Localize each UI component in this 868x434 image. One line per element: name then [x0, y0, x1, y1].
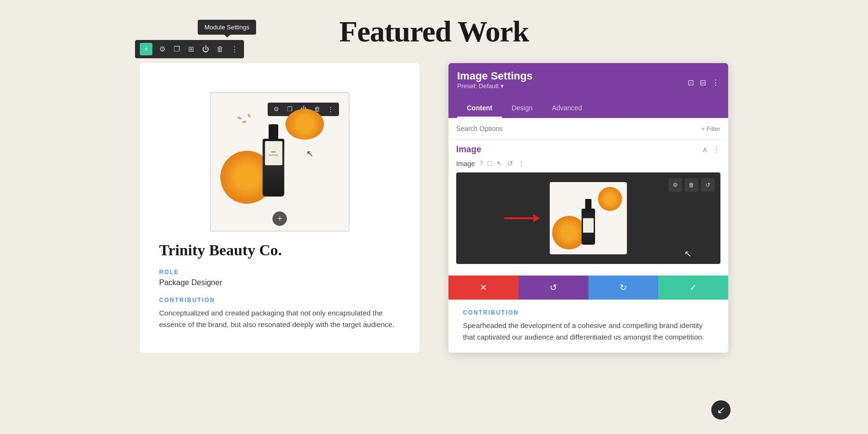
settings-title: Image Settings: [457, 70, 532, 82]
settings-header: Image Settings Preset: Default ▾ ⊡ ⊟ ⋮ C…: [448, 63, 728, 118]
trash-icon[interactable]: 🗑: [215, 44, 225, 54]
tab-advanced[interactable]: Advanced: [542, 99, 591, 118]
reset-icon[interactable]: ↺: [507, 159, 513, 168]
seed-2: [242, 120, 247, 124]
section-header: Image ∧ ⋮: [456, 145, 720, 155]
company-name: Trinity Beauty Co.: [159, 241, 400, 259]
confirm-button[interactable]: ✓: [658, 276, 728, 300]
right-panel: Image Settings Preset: Default ▾ ⊡ ⊟ ⋮ C…: [448, 63, 728, 353]
contribution-text: Conceptualized and created packaging tha…: [159, 307, 400, 330]
preview-label: [583, 218, 594, 233]
settings-title-group: Image Settings Preset: Default ▾: [457, 70, 532, 95]
split-icon[interactable]: ⊟: [700, 78, 706, 87]
select-icon[interactable]: ↖: [497, 159, 502, 168]
orange-half: [285, 105, 324, 144]
undo-button[interactable]: ↺: [518, 276, 588, 300]
add-button[interactable]: +: [140, 43, 152, 55]
role-value: Package Designer: [159, 278, 400, 287]
tab-content[interactable]: Content: [457, 99, 502, 118]
preview-orange-half: [598, 187, 622, 211]
preview-reset-btn[interactable]: ↺: [701, 178, 715, 192]
left-card-content: Trinity Beauty Co. ROLE Package Designer…: [140, 241, 420, 345]
bottle-label: DIVI serum beauty: [265, 141, 282, 165]
settings-header-top: Image Settings Preset: Default ▾ ⊡ ⊟ ⋮: [457, 70, 719, 95]
more-settings-icon[interactable]: ⋮: [712, 78, 719, 87]
right-arrow-head: [533, 214, 540, 222]
controls-more-icon[interactable]: ⋮: [518, 159, 525, 168]
preview-bottle: [582, 209, 595, 245]
cancel-button[interactable]: ✕: [448, 276, 518, 300]
image-container: ⚙ ❐ ⏻ 🗑 ⋮ ↖ DIVI ser: [210, 92, 350, 232]
role-label: ROLE: [159, 269, 400, 276]
right-contribution-text: Spearheaded the development of a cohesiv…: [463, 320, 714, 343]
action-bar: ✕ ↺ ↻ ✓: [448, 276, 728, 300]
redo-button[interactable]: ↻: [588, 276, 658, 300]
seed-1: [237, 116, 242, 120]
copy-icon[interactable]: ❐: [172, 44, 181, 54]
settings-icon[interactable]: ⚙: [157, 44, 167, 54]
module-toolbar: + ⚙ ❐ ⊞ ⏻ 🗑 ⋮: [135, 40, 244, 58]
left-card: + ⚙ ❐ ⊞ ⏻ 🗑 ⋮ Module Settings ⚙ ❐ ⏻ 🗑 ⋮: [140, 63, 420, 353]
content-area: + ⚙ ❐ ⊞ ⏻ 🗑 ⋮ Module Settings ⚙ ❐ ⏻ 🗑 ⋮: [0, 63, 868, 353]
settings-tabs: Content Design Advanced: [457, 99, 719, 118]
power-icon[interactable]: ⏻: [201, 44, 210, 54]
collapse-icon[interactable]: ∧: [702, 145, 708, 154]
preview-trash-btn[interactable]: 🗑: [685, 178, 698, 192]
grid-icon[interactable]: ⊞: [186, 44, 196, 54]
right-red-arrow: [504, 214, 540, 222]
image-section: Image ∧ ⋮ Image ? □ ↖ ↺ ⋮: [448, 140, 728, 269]
plus-button[interactable]: +: [272, 211, 287, 226]
more-icon[interactable]: ⋮: [230, 44, 239, 54]
bottle: DIVI serum beauty: [263, 139, 285, 197]
section-header-icons: ∧ ⋮: [702, 145, 720, 154]
cursor-icon: ↖: [306, 148, 313, 159]
settings-preset[interactable]: Preset: Default ▾: [457, 82, 532, 90]
preview-bottle-cap: [585, 199, 592, 209]
preview-image-box: [550, 182, 627, 254]
right-contribution-label: CONTRIBUTION: [463, 309, 714, 316]
product-scene: DIVI serum beauty: [211, 93, 336, 218]
float-button[interactable]: ↙: [711, 400, 731, 420]
contribution-label: CONTRIBUTION: [159, 297, 400, 303]
right-cursor-icon: ↖: [684, 249, 692, 259]
image-preview-area: ⚙ 🗑 ↺ ↖: [456, 172, 720, 264]
section-more-icon[interactable]: ⋮: [713, 145, 720, 154]
image-label: Image: [456, 160, 475, 168]
filter-button[interactable]: + Filter: [701, 125, 720, 132]
help-icon[interactable]: ?: [480, 160, 483, 168]
seed-3: [247, 113, 251, 118]
settings-header-icons: ⊡ ⊟ ⋮: [688, 78, 719, 87]
bottle-cap: [269, 124, 278, 139]
search-area: + Filter: [448, 118, 728, 140]
fullscreen-icon[interactable]: ⊡: [688, 78, 694, 87]
module-tooltip: Module Settings: [198, 20, 256, 35]
image-controls-row: Image ? □ ↖ ↺ ⋮: [456, 159, 720, 168]
right-arrow-line: [504, 217, 533, 219]
section-title: Image: [456, 145, 481, 155]
preview-orange: [552, 216, 586, 250]
preview-mini-toolbar: ⚙ 🗑 ↺: [668, 178, 715, 192]
tab-design[interactable]: Design: [502, 99, 542, 118]
page-title: Featured Work: [0, 0, 868, 58]
preview-settings-btn[interactable]: ⚙: [668, 178, 682, 192]
search-input[interactable]: [456, 125, 697, 132]
right-card-content: CONTRIBUTION Spearheaded the development…: [448, 300, 728, 353]
mobile-icon[interactable]: □: [488, 160, 491, 168]
